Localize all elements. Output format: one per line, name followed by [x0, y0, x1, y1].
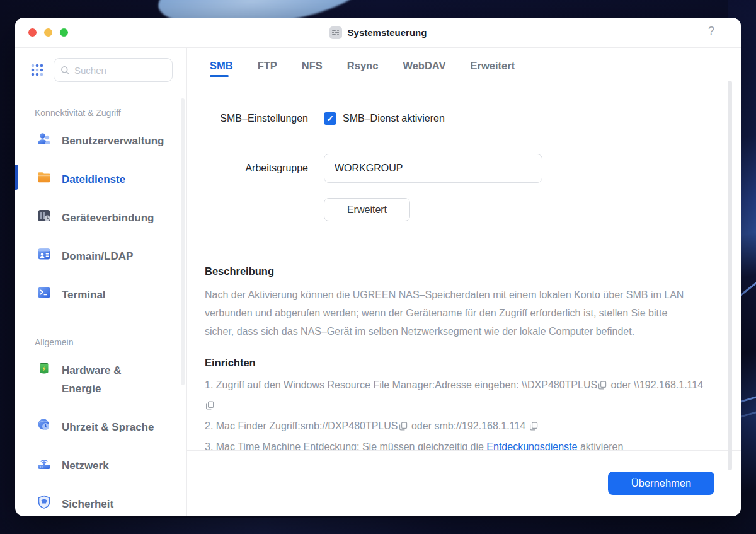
router-icon	[36, 455, 52, 472]
sidebar-item-dateidienste[interactable]: Dateidienste	[15, 160, 186, 199]
sidebar-item-label: Domain/LDAP	[62, 247, 133, 265]
smb-settings-label: SMB–Einstellungen	[205, 113, 308, 124]
zoom-button[interactable]	[60, 28, 68, 37]
content-scrollbar[interactable]	[728, 81, 732, 470]
battery-icon	[36, 360, 52, 376]
sidebar-item-label: Benutzerverwaltung	[62, 132, 164, 150]
setup-step-1: 1. Zugriff auf den Windows Resource File…	[205, 376, 704, 416]
sidebar-item-uhrzeit-sprache[interactable]: Uhrzeit & Sprache	[15, 408, 186, 446]
smb-enable-label: SMB–Dienst aktivieren	[343, 113, 445, 124]
help-icon[interactable]: ?	[708, 25, 714, 38]
sidebar-item-benutzerverwaltung[interactable]: Benutzerverwaltung	[15, 122, 186, 160]
sidebar-item-netzwerk[interactable]: Netzwerk	[15, 446, 186, 485]
tab-ftp[interactable]: FTP	[258, 50, 277, 82]
close-button[interactable]	[28, 28, 37, 37]
tab-bar: SMB FTP NFS Rsync WebDAV Erweitert	[205, 48, 716, 84]
tab-smb[interactable]: SMB	[210, 50, 233, 82]
sidebar-item-label: Dateidienste	[62, 170, 125, 189]
sidebar-item-label: Uhrzeit & Sprache	[62, 418, 154, 436]
divider	[205, 247, 712, 247]
setup-step-3: 3. Mac Time Machine Entdeckung: Sie müss…	[205, 438, 704, 450]
sidebar-item-label: Terminal	[62, 286, 106, 304]
tab-rsync[interactable]: Rsync	[347, 50, 379, 82]
copy-icon[interactable]	[598, 377, 607, 396]
sidebar-section-label: Konnektivität & Zugriff	[35, 108, 186, 118]
sidebar-scrollbar[interactable]	[181, 98, 185, 385]
wallpaper-shape	[0, 518, 756, 534]
workgroup-input[interactable]	[324, 154, 542, 183]
sidebar-item-label: Netzwerk	[62, 456, 109, 475]
terminal-icon	[36, 284, 52, 301]
title-group: Systemsteuerung	[15, 26, 741, 39]
folder-icon	[36, 169, 52, 185]
users-icon	[36, 131, 52, 147]
clock-globe-icon	[36, 417, 52, 433]
search-input[interactable]	[74, 65, 166, 76]
titlebar: Systemsteuerung ?	[15, 18, 741, 48]
tab-webdav[interactable]: WebDAV	[403, 50, 445, 82]
minimize-button[interactable]	[44, 28, 52, 37]
smb-settings-pane: SMB–Einstellungen ✓ SMB–Dienst aktiviere…	[187, 84, 741, 450]
control-panel-icon	[329, 26, 342, 39]
footer-bar: Übernehmen	[187, 450, 741, 516]
window-controls	[28, 28, 68, 37]
tab-nfs[interactable]: NFS	[302, 50, 323, 82]
entdeckungsdienste-link[interactable]: Entdeckungsdienste	[486, 441, 577, 450]
search-input-wrap	[54, 58, 173, 82]
tab-erweitert[interactable]: Erweitert	[471, 50, 515, 82]
sidebar-item-label: Sicherheit	[62, 495, 113, 513]
copy-icon[interactable]	[529, 418, 538, 437]
search-icon	[60, 66, 70, 75]
setup-step-2: 2. Mac Finder Zugriff:smb://DXP480TPLUS …	[205, 417, 704, 437]
setup-steps: 1. Zugriff auf den Windows Resource File…	[205, 376, 704, 450]
sidebar-item-hardware-energie[interactable]: Hardware &Energie	[15, 351, 186, 408]
domain-icon	[36, 246, 52, 262]
copy-icon[interactable]	[205, 397, 214, 416]
device-icon	[36, 207, 52, 224]
app-window: Systemsteuerung ?	[15, 18, 741, 516]
shield-icon	[36, 494, 52, 510]
copy-icon[interactable]	[399, 418, 408, 437]
sidebar-item-terminal[interactable]: Terminal	[15, 276, 186, 314]
page-title: Systemsteuerung	[348, 27, 427, 38]
setup-heading: Einrichten	[205, 357, 712, 369]
sidebar: Konnektivität & Zugriff Benutzerverwaltu…	[15, 48, 187, 516]
sidebar-item-geraeteverbindung[interactable]: Geräteverbindung	[15, 199, 186, 237]
apps-grid-icon[interactable]	[30, 63, 44, 77]
sidebar-item-domain-ldap[interactable]: Domain/LDAP	[15, 237, 186, 276]
smb-enable-checkbox[interactable]: ✓	[324, 112, 336, 125]
sidebar-item-label: Hardware &Energie	[62, 361, 121, 398]
main-panel: SMB FTP NFS Rsync WebDAV Erweitert SMB–E…	[187, 48, 741, 516]
workgroup-label: Arbeitsgruppe	[205, 163, 308, 174]
description-text: Nach der Aktivierung können die UGREEN N…	[205, 286, 697, 340]
sidebar-section-label: Allgemein	[35, 337, 186, 347]
advanced-button[interactable]: Erweitert	[324, 198, 410, 221]
description-heading: Beschreibung	[205, 265, 712, 277]
sidebar-item-label: Geräteverbindung	[62, 209, 154, 227]
sidebar-item-sicherheit[interactable]: Sicherheit	[15, 485, 186, 516]
apply-button[interactable]: Übernehmen	[608, 472, 714, 495]
